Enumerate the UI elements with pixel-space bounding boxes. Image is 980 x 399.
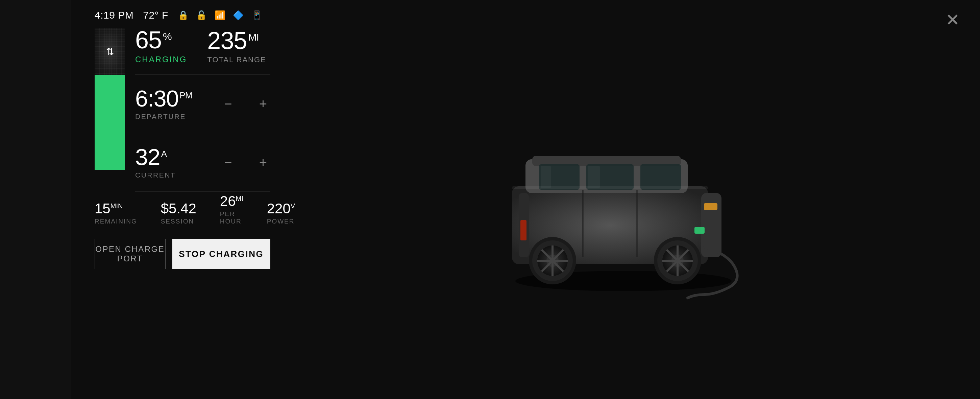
per-hour-label: PER HOUR: [220, 210, 243, 225]
status-temp: 72° F: [143, 10, 168, 21]
current-value: 32A: [135, 145, 221, 168]
action-buttons: OPEN CHARGE PORT STOP CHARGING: [95, 232, 270, 279]
svg-rect-32: [512, 186, 708, 189]
stat-row-main: 65% CHARGING 235MI TOTAL RANGE: [135, 28, 270, 75]
bluetooth-icon: 🔷: [233, 10, 244, 21]
content-panel: ⇅ 65% CHARGING: [71, 28, 980, 399]
close-button[interactable]: ✕: [945, 10, 960, 30]
session-value: $5.42: [161, 201, 196, 216]
battery-top-empty: ⇅: [95, 28, 125, 75]
status-time: 4:19 PM: [95, 10, 134, 21]
svg-rect-29: [694, 227, 705, 234]
open-charge-port-button[interactable]: OPEN CHARGE PORT: [95, 239, 165, 269]
svg-rect-7: [520, 220, 527, 240]
main-content: 4:19 PM 72° F 🔒 🔓 📶 🔷 📱 ✕ ⇅: [71, 0, 980, 399]
departure-label: DEPARTURE: [135, 113, 221, 121]
battery-arrow-icon: ⇅: [106, 46, 114, 57]
svg-rect-5: [704, 203, 718, 210]
remaining-label: REMAINING: [95, 218, 137, 225]
svg-rect-10: [640, 164, 681, 190]
left-column: ⇅ 65% CHARGING: [95, 28, 270, 399]
total-range-value: 235MI: [207, 29, 266, 53]
sidebar: [0, 0, 71, 399]
departure-increment-button[interactable]: +: [256, 94, 270, 114]
current-wrap: 32A CURRENT: [135, 145, 221, 179]
per-hour-value: 26MI: [220, 194, 243, 208]
per-hour-stat: 26MI PER HOUR: [220, 194, 243, 225]
remaining-stat: 15MIN REMAINING: [95, 201, 137, 225]
departure-row: 6:30PM DEPARTURE − +: [135, 75, 270, 133]
svg-rect-30: [541, 166, 551, 188]
unlock-icon: 🔓: [196, 10, 207, 21]
signal-icon: 📶: [215, 10, 226, 21]
current-controls: − +: [221, 152, 270, 172]
stats-column: 65% CHARGING 235MI TOTAL RANGE: [125, 28, 270, 170]
current-increment-button[interactable]: +: [256, 152, 270, 172]
battery-percent-item: 65% CHARGING: [135, 28, 187, 64]
current-label: CURRENT: [135, 171, 221, 179]
battery-visual: ⇅ 65% CHARGING: [95, 28, 270, 170]
total-range-item: 235MI TOTAL RANGE: [207, 29, 266, 64]
session-label: SESSION: [161, 218, 196, 225]
stop-charging-button[interactable]: STOP CHARGING: [172, 239, 271, 269]
departure-decrement-button[interactable]: −: [221, 94, 235, 114]
bottom-stats: 15MIN REMAINING $5.42 SESSION 26MI PER H…: [95, 183, 270, 232]
car-area: [291, 28, 956, 399]
total-range-label: TOTAL RANGE: [207, 56, 266, 64]
charging-status: CHARGING: [135, 55, 187, 64]
car-image: [485, 125, 762, 301]
current-decrement-button[interactable]: −: [221, 152, 235, 172]
battery-percent-value: 65%: [135, 28, 187, 52]
departure-value: 6:30PM: [135, 87, 221, 110]
remaining-value: 15MIN: [95, 201, 137, 216]
departure-controls: − +: [221, 94, 270, 114]
battery-fill: [95, 75, 125, 170]
battery-bar: ⇅: [95, 28, 125, 170]
session-stat: $5.42 SESSION: [161, 201, 196, 225]
departure-wrap: 6:30PM DEPARTURE: [135, 87, 221, 121]
status-icons: 🔒 🔓 📶 🔷 📱: [178, 10, 262, 21]
lock-icon: 🔒: [178, 10, 189, 21]
phone-icon: 📱: [251, 10, 262, 21]
svg-rect-31: [588, 166, 600, 188]
status-bar: 4:19 PM 72° F 🔒 🔓 📶 🔷 📱: [71, 0, 980, 28]
